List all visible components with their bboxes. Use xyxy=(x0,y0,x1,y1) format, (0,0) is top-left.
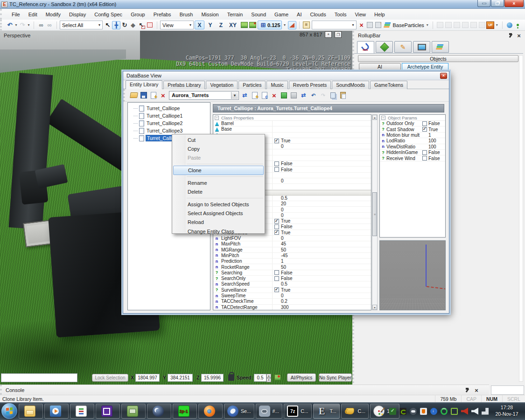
property-value[interactable]: 300 xyxy=(281,305,289,310)
console-input[interactable] xyxy=(491,385,524,395)
property-value[interactable]: 45 xyxy=(281,241,286,246)
dialog-tab[interactable]: Particles xyxy=(238,81,266,89)
assign-material-icon[interactable] xyxy=(374,21,383,29)
property-row[interactable]: Prediction 1 xyxy=(213,259,371,264)
area-select-icon[interactable] xyxy=(146,21,154,29)
dropdown-icon[interactable] xyxy=(283,21,287,29)
align-grid-icon[interactable] xyxy=(444,21,453,29)
goto-sphere-icon[interactable] xyxy=(505,21,514,29)
param-value[interactable]: 100 xyxy=(428,144,436,149)
menu-item[interactable]: Edit xyxy=(24,10,42,19)
param-row[interactable]: ViewDistRatio 100 xyxy=(380,144,445,150)
taskbar-clock[interactable]: 17:28 20-Nov-17 xyxy=(490,404,523,417)
menu-item[interactable]: View xyxy=(350,10,370,19)
lock-selection-button[interactable]: Lock Selection xyxy=(92,374,128,382)
property-value[interactable]: 50 xyxy=(281,247,286,252)
property-checkbox[interactable] xyxy=(274,276,279,281)
menu-item[interactable]: Modify xyxy=(42,10,65,19)
class-properties-header[interactable]: − Class Properties xyxy=(213,115,371,121)
redo-icon[interactable] xyxy=(18,21,27,29)
select-all-combo[interactable]: Select All▾ xyxy=(60,21,103,29)
collapse-icon[interactable]: − xyxy=(215,116,219,120)
object-params-header[interactable]: − Object Params xyxy=(380,115,445,121)
network-tray-icon[interactable] xyxy=(482,408,489,415)
rollup-scrollbar[interactable] xyxy=(519,55,523,382)
menu-item[interactable]: Clouds xyxy=(306,10,330,19)
param-checkbox[interactable] xyxy=(422,121,427,126)
nvidia-tray-icon[interactable] xyxy=(399,408,406,415)
clone-item-icon[interactable] xyxy=(260,91,268,99)
tree-item[interactable]: Turret_Calliope3 xyxy=(128,127,210,134)
library-combo[interactable]: Aurora_Turrets▾ xyxy=(169,91,239,100)
property-checkbox[interactable] xyxy=(274,287,279,292)
param-checkbox[interactable] xyxy=(422,127,427,132)
dialog-tab[interactable]: Prefabs Library xyxy=(163,81,205,89)
property-value[interactable]: 0.5 xyxy=(281,281,287,287)
context-menu-item[interactable]: Cut xyxy=(172,135,265,144)
java-tray-icon[interactable] xyxy=(420,408,427,415)
dialog-tab[interactable]: Music xyxy=(266,81,287,89)
param-row[interactable]: Cast Shadow True xyxy=(380,126,445,132)
7zip-button[interactable]: 7z C... xyxy=(284,404,311,419)
player-icon[interactable] xyxy=(514,21,522,29)
property-value[interactable]: False xyxy=(281,270,292,275)
menu-item[interactable]: AI xyxy=(293,10,306,19)
property-row[interactable]: RocketRange 50 xyxy=(213,264,371,270)
frame-icon[interactable] xyxy=(478,21,486,29)
cpuid-button[interactable] xyxy=(70,404,94,419)
context-menu-item[interactable]: Select Assigned Objects xyxy=(172,209,265,217)
delete-material-icon[interactable] xyxy=(357,21,366,29)
overflow-icon[interactable] xyxy=(425,21,430,29)
menu-item[interactable]: Group xyxy=(126,10,149,19)
snap-terrain-icon[interactable] xyxy=(469,21,478,29)
entity-preview-panel[interactable] xyxy=(379,240,446,310)
properties-scrollbar[interactable]: ▲ ≡ ▼ xyxy=(372,114,378,310)
dropdown-icon[interactable] xyxy=(14,21,18,29)
terrain-elevation-icon[interactable] xyxy=(240,21,248,29)
axis-x-button[interactable]: X xyxy=(195,21,204,29)
dialog-tab[interactable]: Reverb Presets xyxy=(289,81,331,89)
property-value[interactable]: 0 xyxy=(281,293,284,298)
param-checkbox[interactable] xyxy=(422,150,427,155)
terrain-color-icon[interactable] xyxy=(273,374,281,381)
move-icon[interactable] xyxy=(112,21,120,29)
terrain-color-icon[interactable] xyxy=(248,21,257,29)
view-combo[interactable]: View▾ xyxy=(160,21,194,29)
y-coord-field[interactable]: 384.2151 xyxy=(168,374,193,382)
property-value[interactable]: 0 xyxy=(281,236,284,241)
select-arrow-icon[interactable] xyxy=(104,21,112,29)
rollup-tab[interactable] xyxy=(357,41,374,54)
menu-item[interactable]: Game xyxy=(270,10,293,19)
volume-mixer-tray-icon[interactable] xyxy=(461,408,468,415)
undo-icon[interactable] xyxy=(6,21,14,29)
param-value[interactable]: False xyxy=(428,150,440,155)
scale-icon[interactable] xyxy=(129,21,137,29)
x-coord-field[interactable]: 1804.997 xyxy=(135,374,160,382)
param-value[interactable]: True xyxy=(428,127,438,132)
minimize-button[interactable] xyxy=(477,0,490,7)
scrollbar-thumb[interactable]: ≡ xyxy=(372,192,377,236)
dialog-close-button[interactable]: × xyxy=(440,73,447,79)
firefox-button[interactable] xyxy=(198,404,223,419)
axis-y-button[interactable]: Y xyxy=(205,21,215,29)
param-row[interactable]: Motion blur mult 1 xyxy=(380,133,445,138)
property-value[interactable]: 0 xyxy=(281,213,284,218)
context-menu-item[interactable]: Copy xyxy=(172,144,265,153)
axis-z-button[interactable]: Z xyxy=(216,21,226,29)
lock-axis-icon[interactable] xyxy=(228,374,234,381)
property-checkbox[interactable] xyxy=(274,230,279,235)
param-row[interactable]: LodRatio 100 xyxy=(380,138,445,144)
tree-item[interactable]: Turret_Calliope1 xyxy=(128,112,210,119)
property-value[interactable]: 1 xyxy=(281,259,284,264)
property-value[interactable]: True xyxy=(281,230,290,235)
property-row[interactable]: MaxPitch 45 xyxy=(213,241,371,247)
menu-item[interactable]: Mission xyxy=(197,10,223,19)
explorer-button[interactable] xyxy=(19,404,43,419)
speed-field[interactable]: 0.5 xyxy=(254,374,266,382)
property-value[interactable]: False xyxy=(281,161,292,166)
property-checkbox[interactable] xyxy=(274,139,279,143)
open-library-icon[interactable] xyxy=(130,91,138,99)
collapse-icon[interactable]: − xyxy=(381,116,385,120)
dialog-title-bar[interactable]: DataBase View xyxy=(123,71,449,80)
angle-snap-icon[interactable] xyxy=(288,21,296,29)
